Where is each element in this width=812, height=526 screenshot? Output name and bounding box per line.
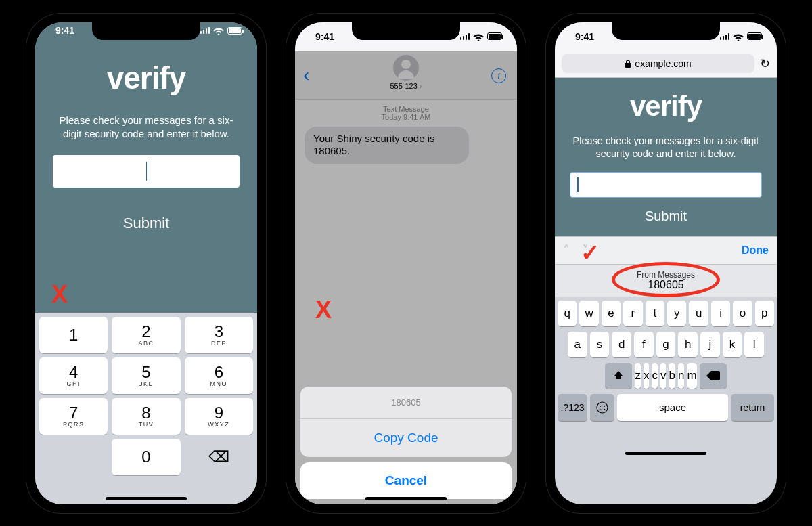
shift-key[interactable] (605, 363, 632, 389)
key-1[interactable]: 1 (39, 317, 108, 353)
verify-panel: verify Please check your messages for a … (35, 39, 257, 313)
home-indicator[interactable] (625, 452, 706, 455)
home-bar-area (35, 479, 257, 504)
verify-subtitle: Please check your messages for a six-dig… (572, 135, 759, 161)
action-sheet: 180605 Copy Code Cancel (300, 387, 512, 499)
key-o[interactable]: o (733, 301, 752, 326)
key-q[interactable]: q (558, 301, 577, 326)
key-m[interactable]: m (687, 363, 696, 389)
key-b[interactable]: b (669, 363, 675, 389)
code-input[interactable] (570, 172, 762, 198)
key-3[interactable]: 3DEF (185, 317, 253, 353)
notch (612, 22, 720, 40)
space-key[interactable]: space (617, 394, 728, 421)
submit-button[interactable]: Submit (568, 209, 763, 224)
url-text: example.com (635, 58, 691, 69)
autofill-suggestion[interactable]: From Messages 180605 (555, 265, 777, 297)
status-time: 9:41 (55, 25, 74, 36)
emoji-key[interactable] (590, 394, 614, 421)
code-input[interactable] (53, 155, 240, 188)
home-bar-area (555, 424, 777, 459)
key-p[interactable]: p (755, 301, 774, 326)
signal-icon (460, 33, 470, 40)
verify-title: verify (50, 60, 242, 96)
key-blank (39, 439, 108, 475)
annotation-check-icon: ✓ (581, 239, 600, 266)
key-x[interactable]: x (644, 363, 650, 389)
key-4[interactable]: 4GHI (39, 357, 108, 394)
number-switch-key[interactable]: .?123 (558, 394, 587, 421)
key-k[interactable]: k (723, 332, 742, 357)
key-h[interactable]: h (678, 332, 698, 357)
notch (92, 22, 200, 40)
key-y[interactable]: y (667, 301, 686, 326)
phone-frame-1: 9:41 verify Please check your messages f… (26, 13, 267, 514)
wifi-icon (213, 26, 224, 35)
verify-subtitle: Please check your messages for a six-dig… (50, 114, 242, 141)
key-2[interactable]: 2ABC (112, 317, 180, 353)
key-f[interactable]: f (634, 332, 654, 357)
signal-icon (200, 27, 210, 34)
refresh-button[interactable]: ↻ (760, 56, 770, 71)
status-time: 9:41 (315, 31, 334, 42)
backspace-key[interactable] (700, 363, 727, 389)
key-w[interactable]: w (579, 301, 598, 326)
verify-title: verify (568, 90, 763, 123)
key-g[interactable]: g (656, 332, 676, 357)
key-d[interactable]: d (612, 332, 631, 357)
key-0[interactable]: 0 (112, 439, 180, 475)
annotation-x-icon: X (51, 280, 68, 309)
svg-point-1 (600, 406, 601, 407)
key-v[interactable]: v (660, 363, 667, 389)
annotation-x-icon: X (315, 296, 332, 324)
key-backspace[interactable]: ⌫ (185, 439, 253, 475)
key-6[interactable]: 6MNO (185, 357, 253, 394)
number-pad: 1 2ABC 3DEF 4GHI 5JKL 6MNO 7PQRS 8TUV 9W… (35, 313, 257, 479)
svg-point-2 (604, 406, 605, 407)
submit-button[interactable]: Submit (50, 215, 242, 232)
key-t[interactable]: t (646, 301, 664, 326)
key-s[interactable]: s (590, 332, 610, 357)
phone-frame-2: 9:41 ‹ 555-123 i Text MessageToday 9:41 … (286, 13, 526, 514)
url-field[interactable]: example.com (562, 54, 754, 73)
cancel-button[interactable]: Cancel (300, 462, 512, 499)
key-5[interactable]: 5JKL (112, 357, 180, 394)
return-key[interactable]: return (731, 394, 774, 421)
sheet-code-label: 180605 (300, 387, 512, 419)
home-indicator[interactable] (365, 497, 447, 500)
key-c[interactable]: c (652, 363, 658, 389)
key-n[interactable]: n (678, 363, 684, 389)
key-r[interactable]: r (623, 301, 642, 326)
key-7[interactable]: 7PQRS (39, 398, 108, 435)
battery-icon (487, 32, 502, 40)
home-indicator[interactable] (106, 497, 187, 500)
key-j[interactable]: j (700, 332, 720, 357)
key-l[interactable]: l (744, 332, 764, 357)
annotation-circle (612, 262, 720, 297)
done-button[interactable]: Done (742, 244, 769, 257)
key-a[interactable]: a (568, 332, 587, 357)
key-u[interactable]: u (689, 301, 708, 326)
safari-url-bar: example.com ↻ (555, 51, 777, 78)
battery-icon (227, 27, 242, 35)
status-time: 9:41 (575, 31, 594, 42)
notch (352, 22, 460, 40)
up-arrow-icon: ˄ (563, 242, 570, 259)
key-8[interactable]: 8TUV (112, 398, 180, 435)
lock-icon (625, 60, 631, 68)
svg-point-0 (597, 402, 608, 413)
key-i[interactable]: i (711, 301, 730, 326)
wifi-icon (473, 32, 484, 41)
qwerty-keyboard: qwertyuiop asdfghjkl zxcvbnm .?123 space… (555, 297, 777, 424)
verify-panel: verify Please check your messages for a … (555, 78, 777, 236)
key-9[interactable]: 9WXYZ (185, 398, 253, 435)
signal-icon (720, 33, 730, 40)
battery-icon (747, 32, 762, 40)
keyboard-accessory: ˄˅ ✓ Done (555, 236, 777, 265)
wifi-icon (733, 32, 744, 41)
key-z[interactable]: z (635, 363, 641, 389)
phone-frame-3: 9:41 example.com ↻ verify Please check y… (545, 13, 786, 514)
key-e[interactable]: e (602, 301, 621, 326)
copy-code-button[interactable]: Copy Code (300, 419, 512, 457)
